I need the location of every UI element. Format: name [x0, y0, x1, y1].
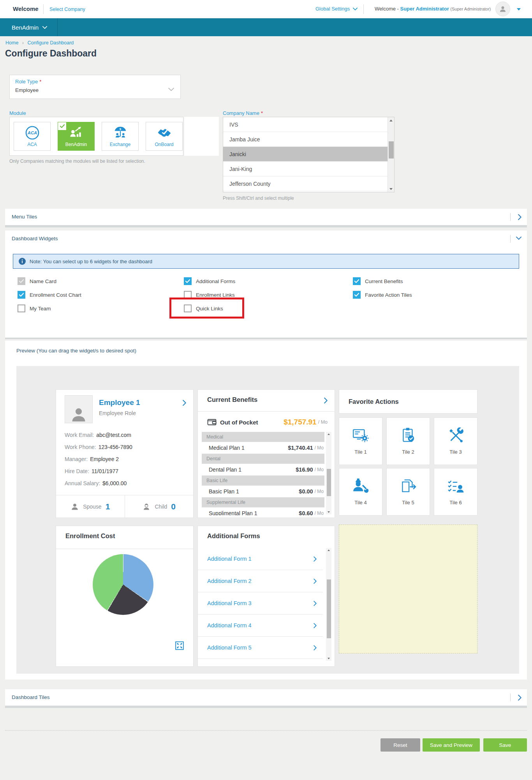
- empty-widget-dropzone[interactable]: [339, 525, 477, 653]
- chevron-right-icon[interactable]: [183, 400, 186, 406]
- additional-forms-widget[interactable]: Additional Forms Additional Form 1Additi…: [197, 526, 335, 667]
- benefit-category: Basic Life: [202, 475, 324, 486]
- check-icon: [19, 293, 24, 297]
- module-tile-exchange[interactable]: $Exchange: [102, 122, 139, 151]
- favorite-tile-3[interactable]: Tile 3: [434, 417, 477, 465]
- plan-amount: $1,740.41: [288, 445, 313, 451]
- counter-label: Spouse: [83, 504, 101, 510]
- favorite-tile-5[interactable]: Tile 5: [386, 468, 430, 516]
- enrollment-cost-widget[interactable]: Enrollment Cost: [56, 526, 194, 667]
- current-benefits-widget[interactable]: Current Benefits Out of Pocket $1,757.91…: [197, 389, 335, 518]
- additional-form-link[interactable]: Additional Form 5: [198, 637, 323, 659]
- name-card-widget[interactable]: Employee 1 Employee Role Work Email:abc@…: [56, 389, 194, 518]
- benefit-plan-row[interactable]: Supplimental Plan 1$0.60/ Mo: [202, 508, 324, 515]
- employee-field: Work Email:abc@test.com: [65, 432, 132, 438]
- scrollbar-thumb[interactable]: [389, 141, 394, 158]
- scroll-up-button[interactable]: [326, 432, 331, 437]
- role-type-select[interactable]: Role Type* Employee: [9, 75, 181, 99]
- benefit-plan-row[interactable]: Basic Plan 1$0.00/ Mo: [202, 486, 324, 497]
- divider: [56, 549, 193, 549]
- scroll-down-button[interactable]: [326, 510, 331, 514]
- checkbox[interactable]: [184, 277, 192, 285]
- avatar[interactable]: [495, 2, 510, 16]
- menu-tiles-panel[interactable]: Menu Tiles: [5, 209, 527, 225]
- additional-form-link[interactable]: Additional Form 3: [198, 592, 323, 614]
- counter-spouse[interactable]: Spouse1: [56, 495, 125, 518]
- field-value: 11/01/1977: [92, 468, 118, 474]
- breadcrumb-home[interactable]: Home: [5, 40, 18, 46]
- scrollbar-thumb[interactable]: [327, 469, 331, 496]
- scrollbar-thumb[interactable]: [327, 579, 331, 638]
- benefit-category: Dental: [202, 454, 324, 464]
- checkbox[interactable]: [18, 305, 25, 312]
- nav-module-label: BenAdmin: [12, 24, 39, 31]
- checkbox[interactable]: [18, 291, 25, 299]
- plan-name: Dental Plan 1: [209, 467, 241, 473]
- forms-scrollbar[interactable]: [326, 548, 331, 661]
- additional-form-link[interactable]: Additional Form 1: [198, 548, 323, 570]
- scroll-up-button[interactable]: [326, 548, 331, 553]
- chevron-right-icon[interactable]: [518, 214, 521, 220]
- chevron-right-icon[interactable]: [324, 398, 328, 403]
- checkbox[interactable]: [184, 305, 192, 312]
- module-tile-aca[interactable]: ACAACA: [14, 122, 51, 151]
- company-scrollbar[interactable]: [388, 117, 394, 192]
- benefits-scrollbar[interactable]: [326, 432, 331, 514]
- plan-amount: $0.00: [299, 488, 313, 495]
- plan-name: Supplimental Plan 1: [209, 510, 257, 515]
- save-and-preview-button[interactable]: Save and Preview: [423, 738, 480, 752]
- favorite-tile-1[interactable]: Tile 1: [339, 417, 382, 465]
- out-of-pocket-label: Out of Pocket: [220, 419, 258, 426]
- caret-down-icon[interactable]: [517, 8, 521, 11]
- employee-name-link[interactable]: Employee 1: [99, 398, 140, 407]
- user-name-link[interactable]: Super Administrator: [400, 6, 449, 12]
- company-option[interactable]: Jani-King: [223, 162, 388, 176]
- checkbox-label: Additional Forms: [196, 278, 235, 284]
- checkbox[interactable]: [353, 277, 361, 285]
- chevron-right-icon[interactable]: [518, 695, 521, 701]
- favorite-tile-6[interactable]: Tile 6: [434, 468, 477, 516]
- favorite-tile-4[interactable]: Tile 4: [339, 468, 382, 516]
- person-icon: [70, 502, 79, 511]
- company-option[interactable]: IVS: [223, 117, 388, 132]
- global-settings-menu[interactable]: Global Settings: [315, 6, 358, 12]
- clipboard-check-icon: [399, 426, 417, 444]
- widget-option-current-benefits: Current Benefits: [353, 277, 412, 285]
- favorite-tile-2[interactable]: Tile 2: [386, 417, 430, 465]
- info-icon: [19, 258, 26, 265]
- enrollment-cost-pie-chart: [93, 554, 153, 615]
- reset-button[interactable]: Reset: [381, 738, 420, 752]
- chevron-right-icon: [314, 579, 317, 584]
- dashboard-widgets-panel: Dashboard Widgets Note: You can select u…: [5, 231, 527, 338]
- scroll-down-button[interactable]: [388, 186, 394, 192]
- field-label: Work Phone:: [65, 444, 96, 450]
- scroll-down-button[interactable]: [326, 656, 331, 661]
- checkbox[interactable]: [353, 291, 361, 299]
- person-icon: [70, 406, 87, 423]
- chevron-down-icon[interactable]: [516, 236, 521, 240]
- counter-child[interactable]: Child0: [125, 495, 194, 518]
- company-option[interactable]: Jefferson County: [223, 176, 388, 191]
- footer-buttons: Reset Save and Preview Save: [0, 738, 532, 752]
- select-company-link[interactable]: Select Company: [49, 7, 85, 12]
- checkbox-label: Current Benefits: [365, 278, 403, 284]
- panel-divider: [510, 694, 511, 701]
- company-option[interactable]: Jamba Juice: [223, 132, 388, 147]
- module-tile-onboard[interactable]: OnBoard: [146, 122, 183, 151]
- benefit-plan-row[interactable]: Dental Plan 1$16.90/ Mo: [202, 465, 324, 475]
- additional-form-link[interactable]: Additional Form 4: [198, 614, 323, 637]
- scroll-up-button[interactable]: [388, 117, 394, 123]
- save-button[interactable]: Save: [483, 738, 527, 752]
- plan-period: / Mo: [315, 445, 324, 451]
- company-option[interactable]: Janicki: [223, 147, 388, 162]
- benefit-plan-row[interactable]: Medical Plan 1$1,740.41/ Mo: [202, 443, 324, 453]
- checkbox[interactable]: [184, 291, 192, 299]
- expand-icon[interactable]: [175, 641, 184, 650]
- dashboard-tiles-panel[interactable]: Dashboard Tiles: [5, 689, 527, 706]
- module-tile-benadmin[interactable]: BenAdmin: [58, 122, 95, 151]
- divider: [198, 411, 335, 412]
- favorite-actions-header: Favorite Actions: [339, 389, 477, 414]
- nav-module-menu[interactable]: BenAdmin: [12, 18, 58, 36]
- employee-field-list: Work Email:abc@test.comWork Phone:123-45…: [65, 432, 132, 492]
- additional-form-link[interactable]: Additional Form 2: [198, 570, 323, 592]
